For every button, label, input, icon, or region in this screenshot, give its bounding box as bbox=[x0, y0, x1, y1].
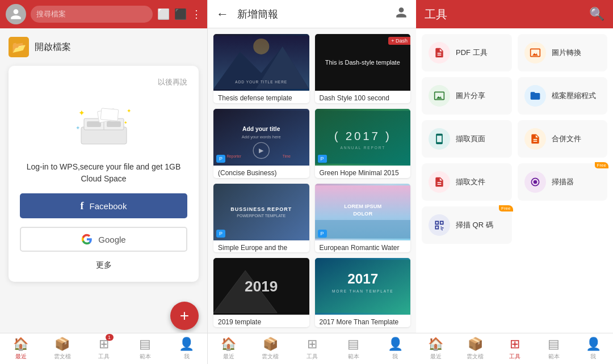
mid-nav-cloud-label: 雲文檔 bbox=[262, 353, 279, 361]
nav-cloud-label: 雲文檔 bbox=[54, 353, 71, 361]
tools-badge: 1 bbox=[106, 334, 114, 341]
tool-wrapper-scanner: Free 掃描器 bbox=[518, 163, 608, 201]
right-nav-cloud-label: 雲文檔 bbox=[467, 353, 484, 361]
tool-name-img-convert: 圖片轉換 bbox=[552, 48, 581, 58]
nav-tools-label: 工具 bbox=[98, 353, 110, 361]
right-nav-templates[interactable]: ▤ 範本 bbox=[534, 333, 573, 364]
right-nav-templates-label: 範本 bbox=[548, 353, 560, 361]
template-info-business: (Concise Business) Advanced Business Tem… bbox=[213, 166, 309, 178]
compress-icon bbox=[524, 85, 546, 107]
svg-rect-4 bbox=[107, 121, 121, 127]
mid-nav-me[interactable]: 👤 我 bbox=[375, 333, 416, 364]
mid-nav-recent[interactable]: 🏠 最近 bbox=[208, 333, 249, 364]
mid-home-icon: 🏠 bbox=[221, 337, 236, 352]
thumb-europe: BUSSINESS REPORT POWERPOINT TEMPLATE P bbox=[213, 184, 309, 240]
template-card-water[interactable]: LOREM IPSUM DOLOR P European Romantic Wa… bbox=[315, 184, 411, 253]
tool-item-img-share[interactable]: 圖片分享 bbox=[422, 77, 512, 115]
mid-title: 新增簡報 bbox=[237, 7, 387, 21]
nav-item-recent[interactable]: 🏠 最近 bbox=[0, 333, 41, 364]
login-modal: 以後再說 ✦ ✦ ✦ ✦ Log-in to WPS,secure your f… bbox=[9, 66, 199, 282]
nav-templates-label: 範本 bbox=[140, 353, 151, 361]
tool-wrapper-scan-qr: Free 掃描 QR 碼 bbox=[422, 206, 512, 244]
svg-text:▶: ▶ bbox=[259, 147, 264, 154]
nav-recent-label: 最近 bbox=[15, 353, 27, 361]
modal-illustration: ✦ ✦ ✦ ✦ bbox=[70, 96, 138, 153]
svg-point-14 bbox=[253, 39, 269, 54]
search-icon[interactable]: 🔍 bbox=[589, 7, 604, 22]
right-nav-tools[interactable]: ⊞ 工具 bbox=[495, 333, 534, 364]
right-nav-recent-label: 最近 bbox=[430, 353, 442, 361]
template-info-hope: Green Hope Minimal 2015 2016 Final Summa… bbox=[315, 166, 411, 178]
window-icon[interactable]: ⬜ bbox=[157, 8, 170, 20]
add-fab-button[interactable]: + bbox=[170, 302, 199, 330]
nav-item-cloud[interactable]: 📦 雲文檔 bbox=[41, 333, 83, 364]
tools-icon: ⊞1 bbox=[99, 337, 109, 352]
template-name-europe: Simple Europe and the United States repo… bbox=[218, 244, 305, 253]
svg-text:Add your title: Add your title bbox=[242, 126, 280, 132]
tool-item-merge[interactable]: 合併文件 bbox=[518, 120, 608, 158]
template-card-europe[interactable]: BUSSINESS REPORT POWERPOINT TEMPLATE P S… bbox=[213, 184, 309, 253]
scanner-icon bbox=[524, 171, 546, 193]
right-nav-tools-label: 工具 bbox=[509, 353, 520, 361]
template-card-2019[interactable]: 2019 2019 template 免費 bbox=[213, 258, 309, 327]
mid-tools-icon: ⊞ bbox=[307, 337, 317, 352]
right-nav-me-label: 我 bbox=[590, 353, 596, 361]
modal-more[interactable]: 更多 bbox=[96, 260, 112, 270]
expand-icon[interactable]: ⬛ bbox=[174, 8, 187, 20]
mid-profile-icon: 👤 bbox=[388, 337, 403, 352]
svg-text:Reporter: Reporter bbox=[226, 154, 241, 158]
right-nav-recent[interactable]: 🏠 最近 bbox=[416, 333, 455, 364]
nav-item-templates[interactable]: ▤ 範本 bbox=[124, 333, 166, 364]
modal-dismiss[interactable]: 以後再說 bbox=[158, 77, 187, 87]
svg-text:ADD YOUR TITLE HERE: ADD YOUR TITLE HERE bbox=[235, 80, 287, 84]
template-card-business[interactable]: Add your title Add your words here ▶ Rep… bbox=[213, 109, 309, 178]
template-card-hope[interactable]: ( 2017 ) ANNUAL REPORT P P Green Hope Mi… bbox=[315, 109, 411, 178]
open-file-section[interactable]: 📂 開啟檔案 bbox=[0, 28, 207, 66]
screenshot-icon bbox=[429, 128, 450, 150]
tool-item-img-convert[interactable]: 圖片轉換 bbox=[518, 34, 608, 71]
extract-icon bbox=[429, 171, 450, 193]
thumb-business: Add your title Add your words here ▶ Rep… bbox=[213, 109, 309, 166]
tool-wrapper-pdf: PDF 工具 bbox=[422, 34, 512, 71]
tool-wrapper-compress: 檔案壓縮程式 bbox=[518, 77, 608, 115]
facebook-label: Facebook bbox=[90, 201, 127, 211]
tool-item-scanner[interactable]: 掃描器 bbox=[518, 163, 608, 201]
tool-item-pdf[interactable]: PDF 工具 bbox=[422, 34, 512, 71]
svg-rect-6 bbox=[100, 108, 119, 121]
google-login-button[interactable]: Google bbox=[20, 227, 187, 252]
tool-name-merge: 合併文件 bbox=[552, 134, 581, 144]
back-button[interactable]: ← bbox=[216, 7, 229, 22]
tool-item-screenshot[interactable]: 擷取頁面 bbox=[422, 120, 512, 158]
template-card-thesis[interactable]: ADD YOUR TITLE HERE Thesis defense templ… bbox=[213, 34, 309, 103]
tool-item-compress[interactable]: 檔案壓縮程式 bbox=[518, 77, 608, 115]
svg-text:Time: Time bbox=[283, 154, 291, 158]
mid-nav-me-label: 我 bbox=[392, 353, 398, 361]
search-bar[interactable]: 搜尋檔案 bbox=[31, 6, 153, 23]
right-bottom-nav: 🏠 最近 📦 雲文檔 ⊞ 工具 ▤ 範本 👤 我 bbox=[416, 333, 613, 364]
tool-item-extract[interactable]: 擷取文件 bbox=[422, 163, 512, 201]
user-action-icon[interactable] bbox=[395, 6, 408, 22]
mid-nav-tools[interactable]: ⊞ 工具 bbox=[291, 333, 333, 364]
nav-item-me[interactable]: 👤 我 bbox=[166, 333, 207, 364]
tool-name-scan-qr: 掃描 QR 碼 bbox=[456, 220, 493, 230]
right-profile-icon: 👤 bbox=[586, 337, 601, 352]
template-card-dash[interactable]: + Dash This is Dash-style template Dash … bbox=[315, 34, 411, 103]
avatar[interactable] bbox=[6, 4, 26, 24]
europe-badge: P bbox=[216, 230, 225, 238]
nav-item-tools[interactable]: ⊞1 工具 bbox=[83, 333, 124, 364]
tool-item-scan-qr[interactable]: 掃描 QR 碼 bbox=[422, 206, 512, 244]
svg-text:ANNUAL REPORT: ANNUAL REPORT bbox=[340, 145, 385, 149]
more-icon[interactable]: ⋮ bbox=[191, 8, 201, 20]
right-nav-me[interactable]: 👤 我 bbox=[574, 333, 613, 364]
mid-nav-recent-label: 最近 bbox=[223, 353, 234, 361]
facebook-login-button[interactable]: f Facebook bbox=[20, 193, 187, 218]
thumb-water: LOREM IPSUM DOLOR P bbox=[315, 184, 411, 240]
mid-nav-cloud[interactable]: 📦 雲文檔 bbox=[249, 333, 291, 364]
template-info-dash: Dash Style 100 second Template 中文 bbox=[315, 91, 411, 103]
right-nav-cloud[interactable]: 📦 雲文檔 bbox=[455, 333, 494, 364]
template-card-2017b[interactable]: 2017 MORE THAN TEMPLATE 2017 More Than T… bbox=[315, 258, 411, 327]
facebook-icon: f bbox=[81, 200, 84, 212]
mid-nav-templates[interactable]: ▤ 範本 bbox=[333, 333, 374, 364]
illustration-svg: ✦ ✦ ✦ ✦ bbox=[70, 99, 138, 150]
europe-sub: POWERPOINT TEMPLATE bbox=[237, 214, 285, 218]
